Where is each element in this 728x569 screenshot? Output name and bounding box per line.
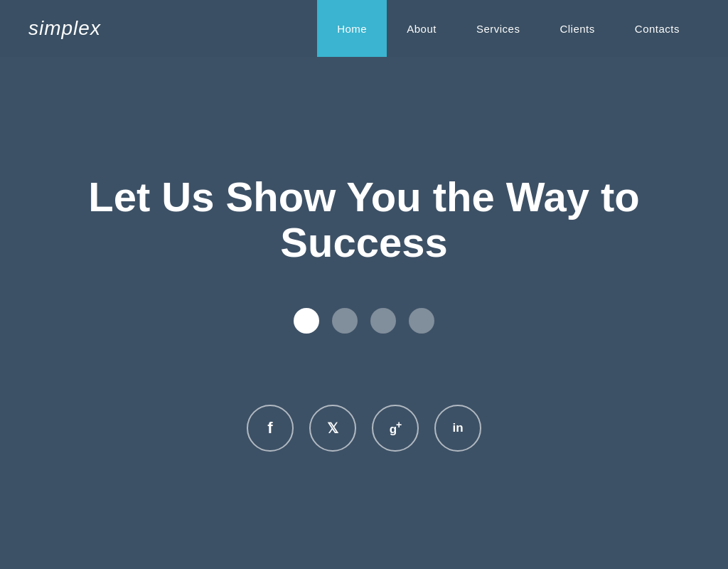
slider-dot-1[interactable] <box>294 308 319 334</box>
nav-item-services[interactable]: Services <box>456 0 540 57</box>
social-icons: f 𝕏 g+ in <box>247 405 481 452</box>
hero-section: Let Us Show You the Way to Success f 𝕏 g… <box>0 57 728 569</box>
nav-links: Home About Services Clients Contacts <box>317 0 700 57</box>
facebook-button[interactable]: f <box>247 405 294 452</box>
navbar: simplex Home About Services Clients Cont… <box>0 0 728 57</box>
slider-dots <box>294 308 434 334</box>
nav-item-clients[interactable]: Clients <box>540 0 614 57</box>
googleplus-icon: g+ <box>390 419 402 437</box>
nav-item-home[interactable]: Home <box>317 0 387 57</box>
twitter-button[interactable]: 𝕏 <box>309 405 356 452</box>
linkedin-button[interactable]: in <box>434 405 481 452</box>
facebook-icon: f <box>267 419 272 437</box>
nav-item-contacts[interactable]: Contacts <box>615 0 700 57</box>
googleplus-button[interactable]: g+ <box>372 405 419 452</box>
nav-item-about[interactable]: About <box>387 0 456 57</box>
slider-dot-2[interactable] <box>332 308 358 334</box>
brand-logo[interactable]: simplex <box>28 17 101 40</box>
linkedin-icon: in <box>452 421 463 435</box>
slider-dot-4[interactable] <box>409 308 434 334</box>
hero-title: Let Us Show You the Way to Success <box>0 174 728 265</box>
slider-dot-3[interactable] <box>370 308 396 334</box>
twitter-icon: 𝕏 <box>327 420 338 437</box>
